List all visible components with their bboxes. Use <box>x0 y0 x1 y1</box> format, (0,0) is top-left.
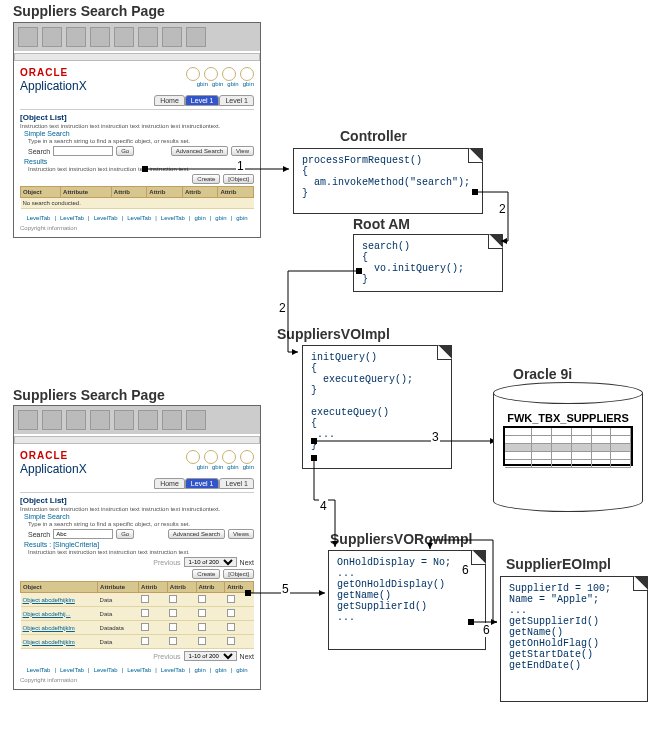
results-table-filled: ObjectAttributeAttribAttribAttribAttrib … <box>20 581 254 649</box>
copyright: Copyright information <box>20 225 254 231</box>
code-rootam: search() { vo.initQuery(); } <box>353 234 503 292</box>
browser-chrome <box>14 23 260 51</box>
heading-thumb1: Suppliers Search Page <box>13 3 165 19</box>
search-input-filled[interactable] <box>53 529 113 539</box>
db-table-grid <box>503 426 633 466</box>
tab-home[interactable]: Home <box>154 95 185 106</box>
heading-thumb2: Suppliers Search Page <box>13 387 165 403</box>
arrow-label-6a: 6 <box>461 563 470 577</box>
thumbnail-search-page-1: ORACLE ApplicationX gbingbingbingbin Hom… <box>13 22 261 238</box>
results-table: ObjectAttributeAttribAttribAttribAttrib … <box>20 186 254 209</box>
arrow-label-1: 1 <box>236 159 245 173</box>
heading-rootam: Root AM <box>353 216 410 232</box>
anchor-4 <box>311 455 317 461</box>
heading-eoimpl: SupplierEOImpl <box>506 556 611 572</box>
tab-level1-a[interactable]: Level 1 <box>185 95 220 106</box>
code-voimpl: initQuery() { executeQuery(); } executeQ… <box>302 345 452 469</box>
arrow-label-5: 5 <box>281 582 290 596</box>
advanced-search-button[interactable]: Advanced Search <box>171 146 228 156</box>
anchor-1 <box>142 166 148 172</box>
tab-level1-b[interactable]: Level 1 <box>219 95 254 106</box>
heading-voimpl: SuppliersVOImpl <box>277 326 390 342</box>
anchor-2a <box>472 189 478 195</box>
arrow-label-4: 4 <box>319 499 328 513</box>
object-button[interactable]: [Object] <box>223 174 254 184</box>
app-name: ApplicationX <box>20 79 87 93</box>
pager-top[interactable]: 1-10 of 200 <box>184 557 237 567</box>
table-row: Object abcdefhijklmData <box>21 593 254 607</box>
anchor-2b <box>356 268 362 274</box>
arrow-label-2b: 2 <box>278 301 287 315</box>
diagram-container: Suppliers Search Page Suppliers Search P… <box>0 0 657 730</box>
go-button[interactable]: Go <box>116 146 134 156</box>
object-list-title: [Object List] <box>20 113 254 122</box>
simple-search-label: Simple Search <box>24 130 254 137</box>
db-table-name: FWK_TBX_SUPPLIERS <box>503 412 633 424</box>
arrow-label-3: 3 <box>431 430 440 444</box>
results-label: Results <box>24 158 254 165</box>
view-button[interactable]: View <box>231 146 254 156</box>
anchor-6 <box>468 619 474 625</box>
search-input[interactable] <box>53 146 113 156</box>
table-row: Object abcdefhij...Data <box>21 607 254 621</box>
code-controller: processFormRequest() { am.invokeMethod("… <box>293 148 483 214</box>
brand: ORACLE <box>20 67 87 78</box>
empty-message: No search conducted. <box>21 198 254 209</box>
code-eoimpl: SupplierId = 100; Name = "Apple"; ... ge… <box>500 576 648 702</box>
heading-controller: Controller <box>340 128 407 144</box>
arrow-label-6b: 6 <box>482 623 491 637</box>
search-label: Search <box>28 148 50 155</box>
anchor-3 <box>311 438 317 444</box>
arrow-label-2a: 2 <box>498 202 507 216</box>
table-row: Object abcdefhijklmData <box>21 635 254 649</box>
anchor-5 <box>245 590 251 596</box>
database-cylinder: FWK_TBX_SUPPLIERS <box>493 382 643 512</box>
address-bar <box>14 53 260 61</box>
create-button[interactable]: Create <box>192 174 220 184</box>
thumbnail-search-page-2: ORACLE ApplicationX gbingbingbingbin Hom… <box>13 405 261 690</box>
heading-vorowimpl: SuppliersVORowImpl <box>330 531 472 547</box>
table-row: Object abcdefhijklmDatadata <box>21 621 254 635</box>
instruction-text: Instruction text instruction text instru… <box>20 123 254 129</box>
pager-bottom[interactable]: 1-10 of 200 <box>184 651 237 661</box>
heading-db: Oracle 9i <box>513 366 572 382</box>
